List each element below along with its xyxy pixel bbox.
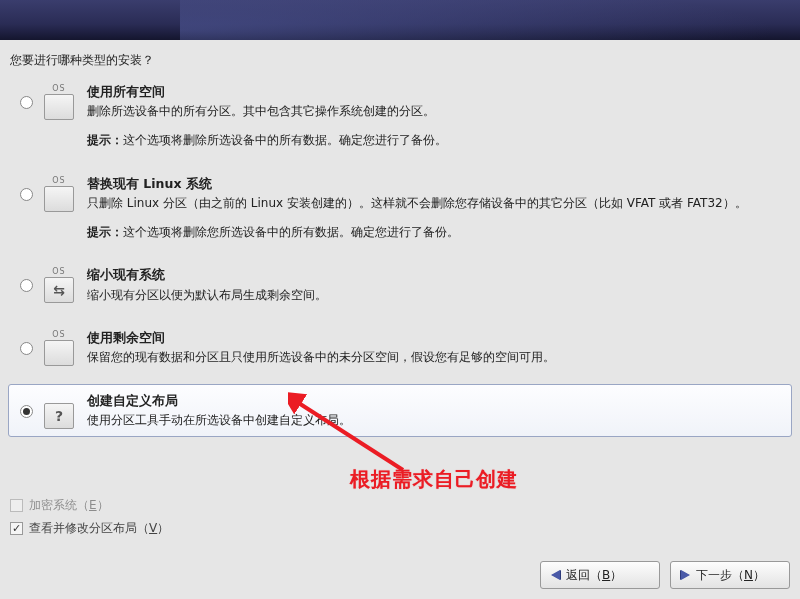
- review-checkbox-row[interactable]: 查看并修改分区布局（V）: [10, 520, 169, 537]
- option-free-space[interactable]: OS 使用剩余空间 保留您的现有数据和分区且只使用所选设备中的未分区空间，假设您…: [8, 321, 792, 374]
- option-hint: 提示：这个选项将删除您所选设备中的所有数据。确定您进行了备份。: [87, 223, 785, 242]
- footer-buttons: 返回（B） 下一步（N）: [540, 561, 790, 589]
- option-title: 缩小现有系统: [87, 265, 785, 284]
- arrow-right-icon: [681, 570, 690, 580]
- next-label: 下一步（N）: [696, 567, 765, 584]
- encrypt-label: 加密系统（E）: [29, 497, 109, 514]
- review-label: 查看并修改分区布局（V）: [29, 520, 169, 537]
- option-title: 使用所有空间: [87, 82, 785, 101]
- encrypt-checkbox[interactable]: [10, 499, 23, 512]
- option-replace-linux[interactable]: OS 替换现有 Linux 系统 只删除 Linux 分区（由之前的 Linux…: [8, 167, 792, 249]
- option-hint: 提示：这个选项将删除所选设备中的所有数据。确定您进行了备份。: [87, 131, 785, 150]
- disk-icon: OS ⇆: [37, 265, 81, 303]
- option-shrink[interactable]: OS ⇆ 缩小现有系统 缩小现有分区以便为默认布局生成剩余空间。: [8, 258, 792, 311]
- disk-icon: ?: [37, 391, 81, 429]
- prompt-text: 您要进行哪种类型的安装？: [0, 40, 800, 75]
- back-button[interactable]: 返回（B）: [540, 561, 660, 589]
- option-use-all-space[interactable]: OS 使用所有空间 删除所选设备中的所有分区。其中包含其它操作系统创建的分区。 …: [8, 75, 792, 157]
- extra-options: 加密系统（E） 查看并修改分区布局（V）: [10, 497, 169, 543]
- option-title: 替换现有 Linux 系统: [87, 174, 785, 193]
- option-desc: 缩小现有分区以便为默认布局生成剩余空间。: [87, 286, 785, 305]
- option-desc: 保留您的现有数据和分区且只使用所选设备中的未分区空间，假设您有足够的空间可用。: [87, 348, 785, 367]
- disk-icon: OS: [37, 82, 81, 120]
- option-title: 使用剩余空间: [87, 328, 785, 347]
- option-desc: 删除所选设备中的所有分区。其中包含其它操作系统创建的分区。: [87, 102, 785, 121]
- header-banner: [0, 0, 800, 40]
- radio-shrink[interactable]: [20, 279, 33, 292]
- option-custom-layout[interactable]: ? 创建自定义布局 使用分区工具手动在所选设备中创建自定义布局。: [8, 384, 792, 437]
- arrow-left-icon: [551, 570, 560, 580]
- back-label: 返回（B）: [566, 567, 622, 584]
- option-desc: 只删除 Linux 分区（由之前的 Linux 安装创建的）。这样就不会删除您存…: [87, 194, 785, 213]
- radio-free-space[interactable]: [20, 342, 33, 355]
- encrypt-checkbox-row[interactable]: 加密系统（E）: [10, 497, 169, 514]
- option-title: 创建自定义布局: [87, 391, 785, 410]
- disk-icon: OS: [37, 174, 81, 212]
- annotation-text: 根据需求自己创建: [350, 466, 518, 493]
- review-checkbox[interactable]: [10, 522, 23, 535]
- radio-use-all-space[interactable]: [20, 96, 33, 109]
- radio-custom-layout[interactable]: [20, 405, 33, 418]
- install-options: OS 使用所有空间 删除所选设备中的所有分区。其中包含其它操作系统创建的分区。 …: [0, 75, 800, 437]
- radio-replace-linux[interactable]: [20, 188, 33, 201]
- next-button[interactable]: 下一步（N）: [670, 561, 790, 589]
- disk-icon: OS: [37, 328, 81, 366]
- option-desc: 使用分区工具手动在所选设备中创建自定义布局。: [87, 411, 785, 430]
